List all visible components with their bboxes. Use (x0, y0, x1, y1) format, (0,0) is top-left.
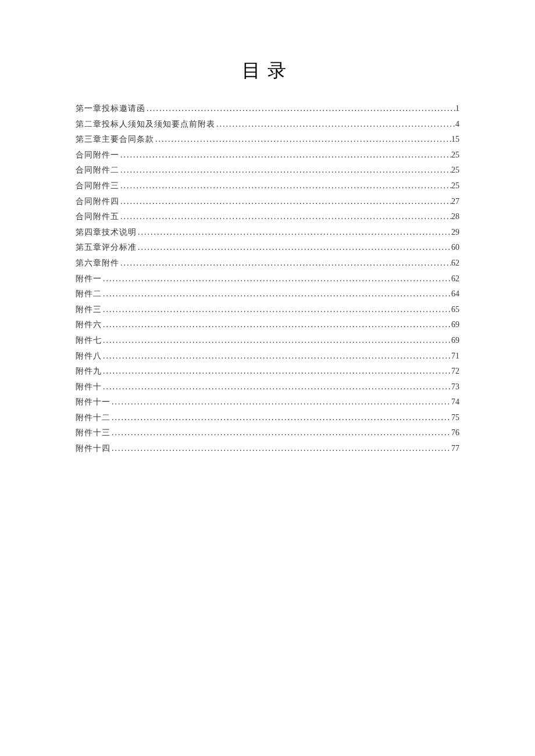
toc-entry-leader (110, 441, 451, 457)
toc-entry-label: 附件十一 (76, 395, 110, 410)
toc-entry-leader (102, 364, 451, 379)
toc-entry-label: 合同附件三 (76, 178, 119, 194)
toc-entry-label: 第五章评分标准 (76, 240, 137, 256)
toc-entry-label: 附件九 (76, 364, 102, 379)
toc-entry-label: 附件三 (76, 302, 102, 318)
toc-entry-page: 69 (451, 333, 459, 349)
toc-entry: 第二章投标人须知及须知要点前附表4 (76, 117, 459, 132)
toc-entry-leader (137, 225, 451, 241)
toc-entry: 附件七69 (76, 333, 459, 349)
toc-entry-leader (119, 209, 451, 225)
toc-entry-label: 合同附件五 (76, 209, 119, 225)
toc-entry-page: 65 (451, 302, 459, 318)
toc-entry-page: 72 (451, 364, 459, 379)
toc-entry-label: 附件十四 (76, 441, 110, 457)
toc-entry-leader (119, 178, 451, 194)
toc-entry-leader (102, 333, 451, 349)
toc-entry-page: 15 (451, 132, 459, 148)
toc-entry-leader (110, 425, 451, 441)
toc-entry-label: 附件一 (76, 271, 102, 287)
toc-entry-page: 27 (451, 194, 459, 210)
toc-entry-page: 62 (451, 271, 459, 287)
toc-entry: 第五章评分标准60 (76, 240, 459, 256)
toc-entry: 第四章技术说明29 (76, 225, 459, 241)
toc-entry: 附件一62 (76, 271, 459, 287)
toc-entry-leader (137, 240, 451, 256)
toc-entry-page: 76 (451, 425, 459, 441)
toc-entry-leader (102, 286, 451, 302)
toc-entry-label: 第四章技术说明 (76, 225, 137, 241)
toc-entry: 附件十73 (76, 379, 459, 395)
toc-entry-label: 第三章主要合同条款 (76, 132, 154, 148)
toc-entry-leader (102, 317, 451, 333)
toc-entry-page: 75 (451, 410, 459, 426)
toc-entry-leader (154, 132, 451, 148)
toc-entry-page: 73 (451, 379, 459, 395)
toc-entry: 附件三65 (76, 302, 459, 318)
toc-entry-label: 合同附件四 (76, 194, 119, 210)
toc-entry-leader (102, 302, 451, 318)
toc-entry: 合同附件四27 (76, 194, 459, 210)
table-of-contents: 第一章投标邀请函1第二章投标人须知及须知要点前附表4第三章主要合同条款15合同附… (76, 101, 459, 457)
toc-entry-leader (215, 117, 455, 132)
toc-entry-label: 第二章投标人须知及须知要点前附表 (76, 117, 215, 132)
toc-entry-leader (110, 410, 451, 426)
toc-entry-page: 4 (455, 117, 459, 132)
toc-entry-leader (145, 101, 455, 117)
toc-entry-page: 74 (451, 395, 459, 410)
toc-entry-leader (119, 148, 451, 163)
page-title: 目录 (76, 58, 459, 84)
toc-entry-page: 1 (455, 101, 459, 117)
toc-entry-leader (102, 349, 451, 364)
toc-entry-leader (119, 163, 451, 178)
toc-entry-label: 附件八 (76, 349, 102, 364)
toc-entry-label: 附件六 (76, 317, 102, 333)
toc-entry: 第六章附件62 (76, 256, 459, 271)
toc-entry: 第三章主要合同条款15 (76, 132, 459, 148)
toc-entry-label: 附件十 (76, 379, 102, 395)
toc-entry-page: 69 (451, 317, 459, 333)
toc-entry-leader (102, 271, 451, 287)
toc-entry: 附件十一74 (76, 395, 459, 410)
toc-entry: 合同附件一25 (76, 148, 459, 163)
toc-entry: 附件九72 (76, 364, 459, 379)
toc-entry-leader (102, 379, 451, 395)
toc-entry: 附件六69 (76, 317, 459, 333)
toc-entry-page: 25 (451, 178, 459, 194)
toc-entry-leader (119, 256, 451, 271)
toc-entry: 合同附件五28 (76, 209, 459, 225)
toc-entry: 附件十二75 (76, 410, 459, 426)
toc-entry-label: 合同附件二 (76, 163, 119, 178)
toc-entry-label: 附件十二 (76, 410, 110, 426)
toc-entry: 第一章投标邀请函1 (76, 101, 459, 117)
toc-entry-label: 附件十三 (76, 425, 110, 441)
toc-entry-label: 合同附件一 (76, 148, 119, 163)
toc-entry-label: 附件七 (76, 333, 102, 349)
toc-entry-label: 第一章投标邀请函 (76, 101, 145, 117)
toc-entry-page: 29 (451, 225, 459, 241)
toc-entry-page: 62 (451, 256, 459, 271)
toc-entry-leader (110, 395, 451, 410)
toc-entry: 附件十四77 (76, 441, 459, 457)
toc-entry: 合同附件二25 (76, 163, 459, 178)
toc-entry-leader (119, 194, 451, 210)
toc-entry-page: 64 (451, 286, 459, 302)
toc-entry: 附件二64 (76, 286, 459, 302)
toc-entry-label: 第六章附件 (76, 256, 119, 271)
toc-entry-page: 71 (451, 349, 459, 364)
toc-entry-page: 25 (451, 148, 459, 163)
toc-entry-page: 28 (451, 209, 459, 225)
toc-entry: 附件十三76 (76, 425, 459, 441)
toc-entry: 合同附件三25 (76, 178, 459, 194)
toc-entry: 附件八71 (76, 349, 459, 364)
toc-entry-page: 25 (451, 163, 459, 178)
toc-entry-page: 77 (451, 441, 459, 457)
toc-entry-label: 附件二 (76, 286, 102, 302)
toc-entry-page: 60 (451, 240, 459, 256)
